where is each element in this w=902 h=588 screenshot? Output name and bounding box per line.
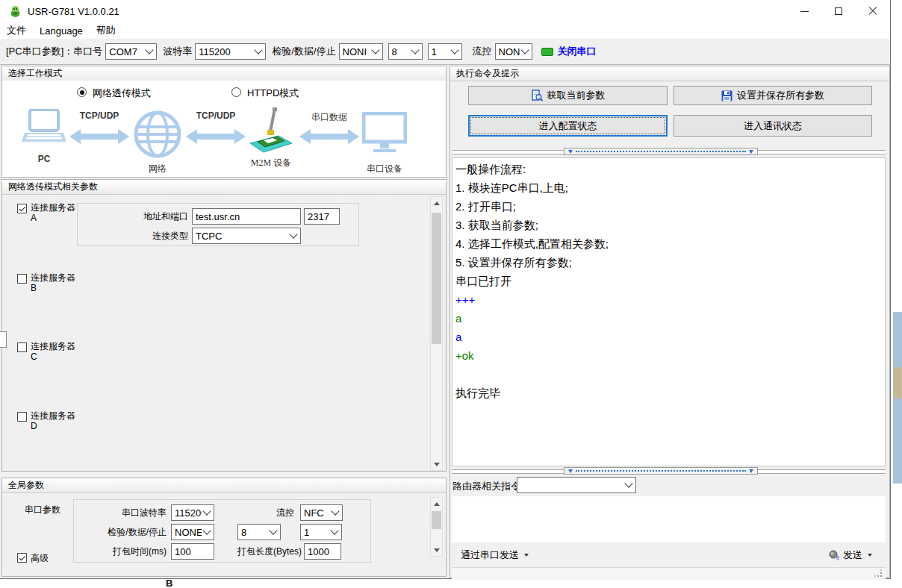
server-b-checkbox[interactable]	[17, 274, 27, 284]
double-arrow-icon	[299, 128, 359, 146]
get-params-button[interactable]: 获取当前参数	[468, 86, 668, 105]
stopbits-select[interactable]: 1	[428, 43, 462, 60]
scroll-up-icon[interactable]	[431, 498, 442, 510]
server-a-port-input[interactable]	[304, 208, 340, 225]
scroll-down-icon[interactable]	[431, 544, 442, 556]
server-a-panel: 地址和端口 连接类型 TCPC	[77, 203, 359, 246]
app-window: USR-G781 V1.0.0.21 文件 Language 帮助 [PC串口参…	[0, 0, 891, 579]
double-arrow-icon	[186, 128, 246, 146]
dropdown-arrow-icon[interactable]	[524, 554, 529, 557]
server-label-text: 连接服务器	[31, 341, 75, 351]
resize-grip-icon[interactable]	[880, 575, 882, 577]
scrollbar-thumb[interactable]	[432, 511, 441, 529]
background-scrollbar-thumb	[894, 367, 901, 398]
packtime-input[interactable]	[171, 543, 214, 560]
server-label-text: 连接服务器	[31, 272, 75, 283]
netparams-body: 连接服务器 A 地址和端口 连接类型 TCPC 连接服务器 B	[2, 194, 446, 471]
dropdown-arrow-icon[interactable]	[868, 554, 872, 557]
send-via-serial-dropdown[interactable]: 通过串口发送	[461, 548, 519, 562]
flow-select[interactable]: NONE	[495, 43, 532, 60]
serial-baud-label: 串口波特率	[74, 504, 167, 521]
workmode-group: 选择工作模式 网络透传模式 HTTPD模式 PC TCP/UDP	[1, 66, 447, 178]
baud-value: 115200	[199, 46, 253, 57]
scrollbar-thumb[interactable]	[432, 213, 441, 344]
save-params-label: 设置并保存所有参数	[737, 89, 824, 102]
m2m-device-icon	[247, 106, 295, 157]
server-a-address-input[interactable]	[192, 208, 301, 225]
radio-httpd-mode[interactable]	[231, 87, 241, 97]
serial-baud-value: 115200	[175, 507, 202, 519]
check-icon	[19, 554, 25, 560]
chevron-down-icon	[411, 46, 419, 54]
server-d-label: 连接服务器 D	[31, 410, 75, 431]
serial-baud-select[interactable]: 115200	[171, 504, 214, 521]
databits-value: 8	[392, 46, 410, 57]
network-globe-icon	[134, 110, 181, 158]
router-cmd-select[interactable]	[517, 477, 636, 493]
menu-language[interactable]: Language	[33, 25, 90, 37]
serial-databits-select[interactable]: 8	[237, 524, 281, 540]
scroll-up-icon[interactable]	[431, 197, 442, 209]
server-c-checkbox[interactable]	[17, 343, 27, 352]
save-params-button[interactable]: 设置并保存所有参数	[674, 86, 872, 105]
server-d-checkbox[interactable]	[17, 412, 27, 422]
close-icon	[868, 7, 877, 16]
radio-transparent-mode[interactable]	[77, 87, 87, 97]
conn-type-value: TCPC	[196, 231, 288, 242]
maximize-button[interactable]	[821, 0, 856, 22]
serial-parity-select[interactable]: NONE	[171, 524, 214, 540]
server-a-checkbox[interactable]	[17, 204, 27, 213]
netparams-scrollbar[interactable]	[430, 196, 443, 471]
enter-config-button[interactable]: 进入配置状态	[468, 115, 668, 137]
splitter-handle[interactable]	[564, 148, 758, 155]
globalparams-body: 串口参数 串口波特率 115200 流控 NFC 检验/数据/停止	[2, 492, 446, 576]
double-arrow-icon	[69, 128, 129, 146]
log-line: +ok	[455, 346, 882, 365]
globalparams-header: 全局参数	[2, 478, 446, 493]
advanced-checkbox[interactable]	[17, 553, 27, 563]
send-button[interactable]: 发送	[843, 548, 862, 562]
chevron-down-icon	[289, 230, 297, 238]
serial-stopbits-select[interactable]: 1	[300, 524, 342, 540]
chevron-down-icon	[146, 46, 154, 54]
serial-databits-value: 8	[241, 527, 268, 538]
log-area[interactable]: 一般操作流程:1. 模块连PC串口,上电;2. 打开串口;3. 获取当前参数;4…	[452, 157, 886, 466]
baud-select[interactable]: 115200	[195, 43, 266, 60]
close-port-link[interactable]: 关闭串口	[558, 45, 597, 58]
conn-type-select[interactable]: TCPC	[192, 228, 301, 244]
flow-label: 流控	[473, 45, 492, 58]
check-icon	[19, 204, 25, 210]
addr-port-label: 地址和端口	[78, 208, 188, 225]
enter-comm-button[interactable]: 进入通讯状态	[674, 115, 872, 137]
send-input-area[interactable]	[452, 496, 886, 542]
com-port-select[interactable]: COM7	[105, 43, 157, 60]
log-line	[455, 365, 882, 384]
parity-select[interactable]: NONI	[339, 43, 383, 60]
server-a-label: 连接服务器 A	[31, 202, 75, 223]
scroll-down-icon[interactable]	[431, 458, 442, 470]
close-button[interactable]	[856, 0, 890, 22]
network-node-label: 网络	[134, 163, 181, 175]
serial-flow-select[interactable]: NFC	[300, 504, 343, 521]
exec-group: 执行命令及提示 获取当前参数	[450, 66, 890, 578]
minimize-button[interactable]	[787, 0, 821, 22]
databits-select[interactable]: 8	[388, 43, 423, 60]
tcp-udp-label-2: TCP/UDP	[182, 110, 249, 121]
background-partial-text: B	[166, 578, 172, 588]
background-artifact-checkbox	[0, 331, 7, 348]
chevron-down-icon	[202, 507, 211, 515]
chevron-down-icon	[371, 46, 379, 54]
chevron-down-icon	[331, 507, 339, 515]
menu-help[interactable]: 帮助	[90, 24, 122, 37]
menu-file[interactable]: 文件	[0, 24, 33, 37]
log-line: a	[455, 309, 882, 328]
com-port-value: COM7	[109, 46, 144, 57]
packlen-input[interactable]	[304, 543, 341, 560]
splitter-handle[interactable]	[564, 467, 758, 475]
conn-type-label: 连接类型	[78, 228, 188, 244]
tcp-udp-label-1: TCP/UDP	[66, 110, 133, 121]
log-line: 3. 获取当前参数;	[455, 216, 882, 234]
serial-params-panel: 串口波特率 115200 流控 NFC 检验/数据/停止 NONE	[73, 499, 371, 563]
netparams-header: 网络透传模式相关参数	[2, 180, 446, 195]
globalparams-scrollbar[interactable]	[430, 497, 443, 557]
